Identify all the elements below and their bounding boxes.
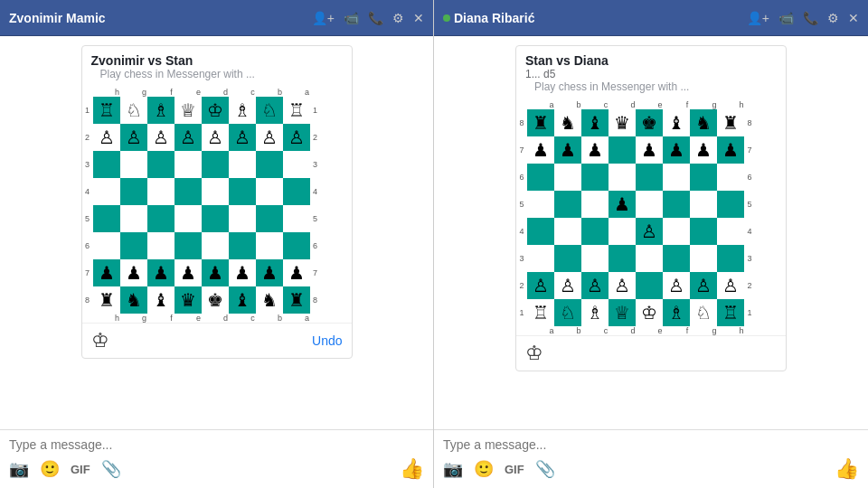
chat-header-1: Zvonimir Mamic 👤+ 📹 📞 ⚙ ✕ [0,0,433,36]
phone-icon-2[interactable]: 📞 [803,11,818,25]
message-input-area-2: 📷 🙂 GIF 📎 👍 [434,429,868,488]
video-icon-1[interactable]: 📹 [344,11,359,25]
chess-card-header-1: Zvonimir vs Stan Play chess in Messenger… [82,46,352,88]
file-labels-bottom-2: a b c d e f g h [516,326,786,335]
phone-icon-1[interactable]: 📞 [368,11,383,25]
chat-window-2: Diana Ribarić 👤+ 📹 📞 ⚙ ✕ Stan vs Diana 1… [434,0,868,488]
chess-move-2: 1... d5 [525,68,777,80]
attach-icon-1[interactable]: 📎 [101,459,121,479]
board-row-2-4: 4 ♙ 4 [516,218,786,245]
video-icon-2[interactable]: 📹 [778,11,794,25]
file-labels-top-2: a b c d e f g h [516,100,786,109]
gif-button-2[interactable]: GIF [505,463,524,476]
chess-card-footer-2: ♔ [516,335,786,371]
chess-card-1: Zvonimir vs Stan Play chess in Messenger… [81,45,353,359]
board-row-1-3: 3 3 [82,151,352,178]
chess-card-footer-1: ♔ Undo [82,323,352,358]
board-row-2-8: 8 ♜ ♞ ♝ ♛ ♚ ♝ ♞ ♜ 8 [516,109,786,136]
board-row-1-5: 5 5 [82,205,352,232]
chat-window-1: Zvonimir Mamic 👤+ 📹 📞 ⚙ ✕ Zvonimir vs St… [0,0,434,488]
board-row-2-6: 6 6 [516,164,786,191]
gif-button-1[interactable]: GIF [71,463,90,476]
chess-board-2: a b c d e f g h 8 ♜ ♞ ♝ ♛ ♚ ♝ [516,100,786,335]
gear-icon-1[interactable]: ⚙ [392,11,404,25]
board-row-1-4: 4 4 [82,178,352,205]
file-labels-top-1: h g f e d c b a [82,88,352,97]
chess-card-2: Stan vs Diana 1... d5 Play chess in Mess… [515,45,787,371]
close-icon-2[interactable]: ✕ [848,11,859,25]
message-input-area-1: 📷 🙂 GIF 📎 👍 [0,429,433,488]
header-icons-2: 👤+ 📹 📞 ⚙ ✕ [747,11,859,25]
board-row-2-5: 5 ♟ 5 [516,191,786,218]
thumbsup-icon-1[interactable]: 👍 [400,457,424,481]
add-friend-icon-2[interactable]: 👤+ [747,11,769,25]
file-labels-bottom-1: h g f e d c b a [82,314,352,323]
camera-icon-1[interactable]: 📷 [9,459,29,479]
emoji-icon-2[interactable]: 🙂 [474,459,494,479]
chat-messages-2: Stan vs Diana 1... d5 Play chess in Mess… [434,36,868,429]
board-row-2-7: 7 ♟ ♟ ♟ ♟ ♟ ♟ ♟ 7 [516,136,786,164]
board-row-2-1: 1 ♖ ♘ ♗ ♕ ♔ ♗ ♘ ♖ 1 [516,299,786,326]
emoji-icon-1[interactable]: 🙂 [40,459,60,479]
chess-game-subtitle-2: Play chess in Messenger with ... [525,80,777,99]
header-icons-1: 👤+ 📹 📞 ⚙ ✕ [312,11,424,25]
chat-header-2: Diana Ribarić 👤+ 📹 📞 ⚙ ✕ [434,0,868,36]
input-icons-2: 📷 🙂 GIF 📎 👍 [443,457,859,481]
message-input-2[interactable] [443,437,859,452]
board-row-1-1: 1 ♖ ♘ ♗ ♕ ♔ ♗ ♘ ♖ 1 [82,97,352,124]
contact-name-2: Diana Ribarić [454,11,747,25]
chess-game-title-1: Zvonimir vs Stan [91,53,343,68]
gear-icon-2[interactable]: ⚙ [827,11,839,25]
thumbsup-icon-2[interactable]: 👍 [835,457,859,481]
chess-game-subtitle-1: Play chess in Messenger with ... [91,68,343,86]
online-indicator-2 [443,14,450,22]
chess-king-icon-2: ♔ [525,342,543,365]
chess-card-header-2: Stan vs Diana 1... d5 Play chess in Mess… [516,46,786,100]
close-icon-1[interactable]: ✕ [413,11,424,25]
undo-button-1[interactable]: Undo [312,333,342,348]
contact-name-1: Zvonimir Mamic [9,11,312,25]
chess-game-title-2: Stan vs Diana [525,53,777,68]
board-row-2-3: 3 3 [516,245,786,272]
chess-king-icon-1: ♔ [91,329,109,352]
add-friend-icon-1[interactable]: 👤+ [312,11,335,25]
board-row-1-7: 7 ♟ ♟ ♟ ♟ ♟ ♟ ♟ ♟ 7 [82,259,352,286]
chat-messages-1: Zvonimir vs Stan Play chess in Messenger… [0,36,433,429]
chess-board-1: h g f e d c b a 1 ♖ ♘ ♗ ♕ ♔ ♗ [82,88,352,323]
board-row-1-8: 8 ♜ ♞ ♝ ♛ ♚ ♝ ♞ ♜ 8 [82,286,352,314]
board-row-2-2: 2 ♙ ♙ ♙ ♙ ♙ ♙ ♙ 2 [516,272,786,299]
board-row-1-2: 2 ♙ ♙ ♙ ♙ ♙ ♙ ♙ ♙ 2 [82,124,352,151]
attach-icon-2[interactable]: 📎 [535,459,555,479]
camera-icon-2[interactable]: 📷 [443,459,463,479]
input-icons-1: 📷 🙂 GIF 📎 👍 [9,457,424,481]
message-input-1[interactable] [9,437,424,452]
board-row-1-6: 6 6 [82,232,352,259]
